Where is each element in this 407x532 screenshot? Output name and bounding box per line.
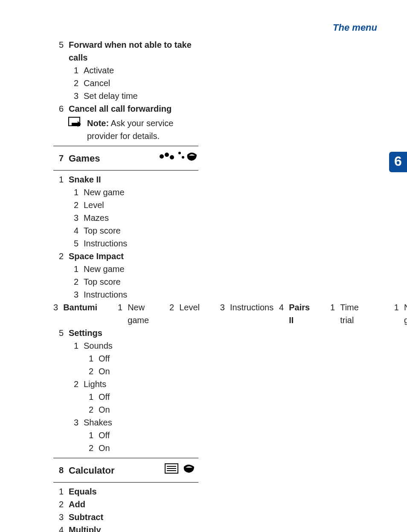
section-games: 7 Games (53, 149, 198, 167)
item-label: Lights (84, 378, 198, 390)
item-number: 5 (53, 327, 64, 339)
list-item: 1New game (97, 301, 149, 327)
list-item: 4Pairs II (273, 301, 310, 327)
list-item: 1Off (53, 390, 198, 403)
item-number: 1 (112, 301, 122, 327)
section-label: Calculator (69, 463, 115, 477)
list-item: 2Add (53, 498, 198, 511)
item-label: Off (99, 429, 198, 442)
item-number: 4 (53, 523, 64, 532)
list-item: 3Instructions (200, 301, 273, 327)
section-calculator: 8 Calculator (53, 461, 198, 479)
item-label: Snake II (69, 173, 198, 186)
right-column: 5Settings 1Sounds 1Off 2On 2Lights 1Off … (53, 327, 198, 532)
left-column: 5 Forward when not able to take calls 1 … (53, 38, 198, 532)
item-label: Bantumi (63, 301, 97, 327)
svg-point-4 (178, 152, 181, 154)
list-item: 1 Activate (53, 64, 198, 77)
list-item: 1Sounds (53, 339, 198, 352)
list-item: 5Instructions (53, 237, 198, 250)
item-label: Top score (84, 224, 198, 237)
item-label: Level (179, 301, 200, 327)
item-number: 1 (83, 352, 93, 365)
list-item: 4Top score (53, 224, 198, 237)
list-item: 2Top score (53, 275, 198, 288)
item-number: 1 (83, 429, 93, 442)
item-label: On (99, 403, 198, 416)
list-item: 2On (53, 403, 198, 416)
list-item: 5 Forward when not able to take calls (53, 38, 198, 64)
list-item: 1New game (53, 263, 198, 275)
item-number: 2 (68, 378, 78, 390)
item-number: 3 (68, 211, 78, 224)
item-label: Pairs II (289, 301, 310, 327)
list-item: 3Bantumi 1New game 2Level 3Instructions … (53, 301, 198, 327)
list-item: 2Level (149, 301, 200, 327)
item-number: 1 (389, 301, 399, 327)
item-label: Instructions (84, 237, 198, 250)
item-number: 1 (68, 339, 78, 352)
list-item: 3 Set delay time (53, 90, 198, 102)
list-item: 5Settings (53, 327, 198, 339)
item-label: New game (84, 186, 198, 199)
svg-point-5 (182, 156, 184, 159)
item-number: 2 (83, 403, 93, 416)
list-item: 4Multiply (53, 523, 198, 532)
section-label: Games (69, 151, 100, 165)
note-label: Note: (87, 119, 109, 128)
note-block: Note: Ask your service provider for deta… (53, 117, 198, 142)
calculator-icon (164, 463, 198, 478)
item-label: Forward when not able to take calls (69, 38, 198, 64)
item-label: Set delay time (84, 90, 198, 102)
item-label: Off (99, 390, 198, 403)
item-number: 1 (68, 263, 78, 275)
item-number: 2 (83, 365, 93, 378)
svg-point-3 (170, 155, 174, 159)
list-item: 2On (53, 365, 198, 378)
item-label: Equals (69, 485, 198, 498)
list-item: 1New game (53, 186, 198, 199)
list-item: 2On (53, 442, 198, 454)
list-item: 2Space Impact (53, 250, 198, 263)
item-label: Sounds (84, 339, 198, 352)
item-label: Space Impact (69, 250, 198, 263)
item-number: 5 (68, 237, 78, 250)
running-header: The menu (333, 22, 377, 33)
list-item: 1Off (53, 352, 198, 365)
list-item: 2Level (53, 199, 198, 211)
item-number: 2 (68, 77, 78, 90)
list-item: 1Off (53, 429, 198, 442)
item-label: On (99, 365, 198, 378)
content-columns: 5 Forward when not able to take calls 1 … (53, 38, 360, 532)
item-number: 3 (53, 511, 64, 523)
divider (53, 170, 198, 171)
item-label: New game (128, 301, 149, 327)
divider (53, 482, 198, 483)
item-number: 3 (53, 301, 58, 327)
item-number: 3 (68, 416, 78, 429)
section-number: 8 (53, 464, 64, 477)
item-label: Subtract (69, 511, 198, 523)
svg-point-2 (165, 153, 169, 157)
item-number: 2 (53, 250, 64, 263)
list-item: 1Time trial (310, 301, 359, 327)
item-number: 3 (68, 90, 78, 102)
item-number: 1 (325, 301, 335, 327)
item-label: Settings (69, 327, 198, 339)
section-number: 7 (53, 152, 64, 165)
divider (53, 146, 198, 146)
list-item: 1Equals (53, 485, 198, 498)
list-item: 3Instructions (53, 288, 198, 301)
item-number: 1 (83, 390, 93, 403)
item-number: 2 (68, 275, 78, 288)
item-label: Instructions (230, 301, 273, 327)
note-icon (68, 117, 84, 133)
item-number: 3 (68, 288, 78, 301)
item-label: Add (69, 498, 198, 511)
item-label: Time trial (340, 301, 359, 327)
list-item: 2 Cancel (53, 77, 198, 90)
item-label: Cancel all call forwarding (69, 102, 198, 115)
item-label: Multiply (69, 523, 198, 532)
item-label: Mazes (84, 211, 198, 224)
item-number: 1 (68, 186, 78, 199)
